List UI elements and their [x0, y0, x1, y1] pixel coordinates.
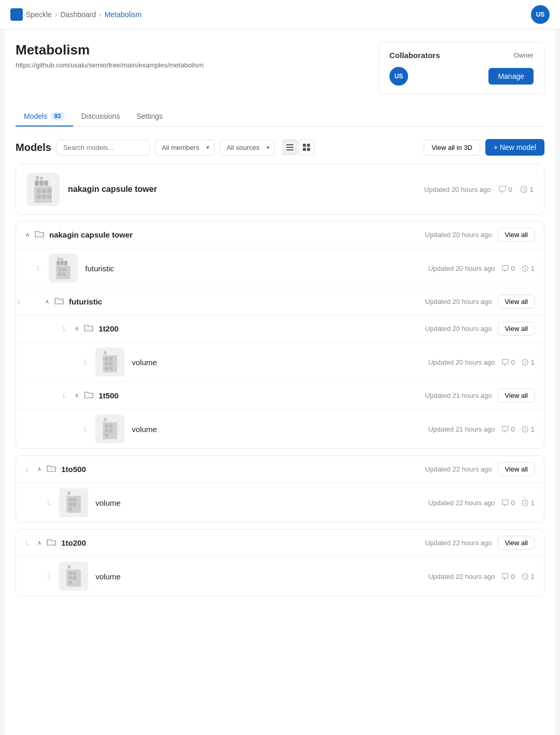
models-section-title: Models: [16, 142, 51, 154]
comments-volume-1t500: 0: [501, 425, 515, 433]
folder-svg-1t500: [84, 391, 93, 399]
l-connector-futuristic: L: [37, 265, 40, 272]
chevron-1t200[interactable]: ∧: [75, 325, 79, 332]
sources-filter[interactable]: All sources: [220, 140, 275, 156]
folder-row-nakagin[interactable]: ∧ nakagin capsule tower Updated 20 hours…: [16, 221, 544, 248]
project-header: Metabolism https://github.com/usalu/semi…: [16, 42, 544, 94]
version-icon-v1to200: [521, 573, 529, 580]
folder-icon-1t500: [84, 391, 93, 401]
sub-item-volume-1to500[interactable]: L volume Updated 22 hours ago 0: [16, 483, 544, 522]
sub-name-volume-1t200: volume: [132, 358, 421, 367]
project-url[interactable]: https://github.com/usalu/semio/tree/main…: [16, 61, 204, 69]
svg-rect-6: [307, 148, 310, 151]
folder-row-1to500-outer[interactable]: L ∧ 1to500 Updated 22 hours ago View all: [16, 456, 544, 483]
list-view-button[interactable]: [282, 140, 298, 155]
folder-meta-1t200: Updated 20 hours ago View all: [425, 322, 535, 336]
folder-row-1t500[interactable]: L ∧ 1t500 Updated 21 hours ago View all: [16, 382, 544, 409]
view-all-3d-button[interactable]: View all in 3D: [424, 140, 480, 156]
grid-view-button[interactable]: [299, 140, 314, 155]
l-connector-1t500: L: [63, 392, 66, 399]
folder-row-1to200-outer[interactable]: L ∧ 1to200 Updated 22 hours ago View all: [16, 530, 544, 557]
folder-updated-1t200: Updated 20 hours ago: [425, 325, 492, 332]
view-all-1t500[interactable]: View all: [498, 389, 535, 403]
view-all-futuristic[interactable]: View all: [498, 295, 535, 309]
view-all-1to500[interactable]: View all: [498, 462, 535, 476]
comments-volume-1to500: 0: [501, 499, 515, 507]
sub-item-volume-1t200[interactable]: L volume Updated 20 hours ago: [16, 342, 544, 382]
folder-icon-nakagin: [35, 230, 44, 240]
view-all-nakagin[interactable]: View all: [498, 228, 535, 242]
l-connector-volume-1t200: L: [83, 358, 87, 366]
folder-row-1t200[interactable]: L ∧ 1t200 Updated 20 hours ago View all: [16, 315, 544, 342]
comments-volume-1t200: 0: [501, 358, 515, 366]
version-icon-v1t500: [521, 425, 529, 433]
tab-discussions[interactable]: Discussions: [73, 107, 129, 127]
tab-models[interactable]: Models 93: [16, 107, 73, 127]
svg-rect-33: [105, 357, 108, 361]
svg-rect-34: [109, 357, 113, 361]
user-avatar-button[interactable]: US: [531, 5, 550, 24]
chevron-1to200[interactable]: ∧: [37, 539, 41, 546]
svg-rect-52: [68, 503, 72, 506]
svg-rect-58: [68, 572, 72, 575]
sub-meta-volume-1t500: Updated 21 hours ago 0 1: [428, 425, 535, 433]
sub-item-volume-1to200[interactable]: L volume Updated 22 hours ago 0: [16, 557, 544, 596]
svg-rect-40: [104, 418, 107, 422]
models-badge: 93: [50, 112, 64, 120]
sub-name-volume-1to500: volume: [95, 498, 421, 507]
manage-button[interactable]: Manage: [488, 68, 534, 85]
svg-rect-13: [37, 189, 41, 193]
folder-meta-1to500: Updated 22 hours ago View all: [425, 462, 535, 476]
comment-count: 0: [498, 185, 512, 193]
members-filter[interactable]: All members: [155, 140, 215, 156]
svg-rect-50: [68, 498, 72, 502]
folder-name-1to500: 1to500: [61, 465, 420, 474]
chevron-1to500[interactable]: ∧: [37, 466, 41, 473]
view-all-1t200[interactable]: View all: [498, 322, 535, 336]
folder-meta-1t500: Updated 21 hours ago View all: [425, 389, 535, 403]
folder-svg-1t200: [84, 324, 93, 332]
svg-rect-62: [68, 581, 72, 585]
chevron-nakagin[interactable]: ∧: [25, 231, 30, 238]
view-all-1to200[interactable]: View all: [498, 536, 535, 550]
sub-updated-volume-1to500: Updated 22 hours ago: [428, 499, 495, 507]
svg-rect-61: [73, 576, 77, 580]
folder-meta-futuristic: Updated 20 hours ago View all: [425, 295, 535, 309]
comment-icon-v1t500: [501, 425, 509, 433]
breadcrumb-dashboard[interactable]: Dashboard: [60, 10, 96, 19]
tab-settings[interactable]: Settings: [128, 107, 171, 127]
svg-rect-31: [104, 351, 107, 355]
svg-rect-51: [73, 498, 77, 502]
speckle-logo[interactable]: [10, 8, 23, 21]
svg-rect-2: [286, 149, 293, 150]
versions-volume-1t200: 1: [521, 358, 535, 366]
version-icon: [520, 185, 528, 193]
svg-rect-0: [286, 144, 293, 145]
model-meta: Updated 20 hours ago 0 1: [424, 185, 534, 193]
l-connector-1to200-outer: L: [25, 539, 29, 547]
svg-rect-56: [68, 565, 71, 569]
new-model-button[interactable]: + New model: [485, 139, 544, 156]
folder-updated-nakagin: Updated 20 hours ago: [425, 231, 492, 239]
grid-icon: [303, 144, 310, 151]
folder-row-futuristic[interactable]: L ∧ futuristic Updated 20 hours ago View…: [16, 288, 544, 315]
sub-item-volume-1t500[interactable]: L volume Updated 21 hours ago 0: [16, 409, 544, 449]
svg-rect-11: [44, 181, 48, 186]
building-thumb-volume-1t500: [101, 418, 119, 440]
sub-updated-futuristic: Updated 20 hours ago: [428, 265, 495, 272]
folder-name-nakagin: nakagin capsule tower: [49, 230, 420, 239]
comment-icon-futuristic: [501, 265, 509, 272]
svg-rect-43: [109, 424, 113, 428]
comment-icon: [498, 185, 507, 193]
model-card-nakagin-top[interactable]: nakagin capsule tower Updated 20 hours a…: [16, 164, 544, 215]
chevron-1t500[interactable]: ∧: [75, 392, 79, 399]
collaborator-avatar[interactable]: US: [389, 67, 408, 86]
search-input[interactable]: [57, 140, 150, 156]
sub-updated-volume-1t500: Updated 21 hours ago: [428, 425, 495, 433]
l-connector-volume-1t500: L: [83, 425, 87, 433]
breadcrumb-speckle[interactable]: Speckle: [26, 10, 52, 19]
svg-rect-8: [40, 177, 43, 180]
members-filter-wrapper: All members: [155, 140, 215, 156]
sub-item-futuristic[interactable]: L futuristic Updated 20 hours ago: [16, 248, 544, 288]
chevron-futuristic[interactable]: ∧: [45, 298, 49, 305]
